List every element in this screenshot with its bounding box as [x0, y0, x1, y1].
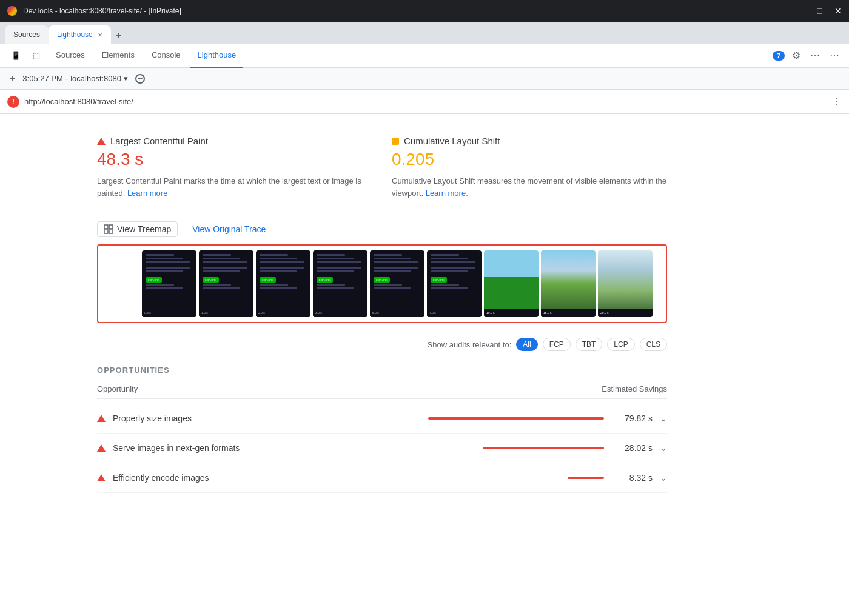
device-toolbar-button[interactable]: 📱	[7, 49, 24, 62]
filter-fcp-button[interactable]: FCP	[543, 338, 571, 351]
savings-bar-2	[568, 477, 604, 479]
time-url-dropdown[interactable]: 3:05:27 PM - localhost:8080 ▾	[22, 74, 128, 83]
view-buttons: View Treemap View Original Trace	[97, 209, 667, 244]
dropdown-arrow: ▾	[124, 74, 128, 83]
cls-metric: Cumulative Layout Shift 0.205 Cumulative…	[392, 136, 667, 199]
filter-all-button[interactable]: All	[516, 338, 537, 351]
more-button[interactable]: ⋯	[827, 47, 842, 64]
opportunity-row-0: Properly size images 79.82 s ⌄	[97, 404, 667, 434]
time-url-bar: + 3:05:27 PM - localhost:8080 ▾	[0, 68, 849, 90]
stop-icon[interactable]	[135, 74, 145, 84]
settings-button[interactable]: ⚙	[790, 47, 803, 64]
svg-rect-0	[104, 225, 108, 229]
separator: -	[65, 74, 68, 83]
lcp-metric: Largest Contentful Paint 48.3 s Largest …	[97, 136, 372, 199]
nav-tab-console[interactable]: Console	[144, 44, 188, 68]
view-treemap-label: View Treemap	[117, 224, 171, 234]
toolbar-right: 7 ⚙ ⋯ ⋯	[773, 47, 842, 64]
column-savings: Estimated Savings	[602, 384, 667, 393]
warning-icon	[97, 138, 106, 145]
screenshot-0[interactable]: EXPLORE 0.5 s	[142, 250, 196, 317]
cls-learn-more[interactable]: Learn more.	[426, 189, 468, 198]
cls-name: Cumulative Layout Shift	[404, 136, 500, 146]
notification-badge: 7	[773, 51, 785, 61]
cls-header: Cumulative Layout Shift	[392, 136, 667, 146]
filter-label: Show audits relevant to:	[428, 340, 512, 349]
svg-rect-3	[109, 230, 113, 233]
tab-sources[interactable]: Sources	[5, 25, 49, 44]
add-button[interactable]: +	[10, 73, 15, 84]
savings-value-2: 8.32 s	[610, 473, 653, 483]
opportunity-row-2: Efficiently encode images 8.32 s ⌄	[97, 463, 667, 493]
row-warning-icon-2	[97, 474, 106, 481]
metrics-grid: Largest Contentful Paint 48.3 s Largest …	[97, 126, 667, 209]
treemap-icon	[104, 224, 113, 234]
minimize-button[interactable]: —	[797, 6, 805, 16]
savings-bar-1	[483, 447, 604, 449]
window-title: DevTools - localhost:8080/travel-site/ -…	[23, 7, 181, 15]
filter-cls-button[interactable]: CLS	[640, 338, 667, 351]
column-opportunity: Opportunity	[97, 384, 138, 393]
nav-tab-elements[interactable]: Elements	[95, 44, 142, 68]
titlebar-left: DevTools - localhost:8080/travel-site/ -…	[7, 6, 181, 16]
expand-icon-2[interactable]: ⌄	[660, 473, 667, 483]
screenshot-4[interactable]: EXPLORE 5.0 s	[370, 250, 424, 317]
savings-value-1: 28.02 s	[610, 443, 653, 453]
lcp-desc: Largest Contentful Paint marks the time …	[97, 175, 372, 199]
window-controls[interactable]: — □ ✕	[797, 6, 842, 16]
main-content: Largest Contentful Paint 48.3 s Largest …	[0, 114, 849, 616]
screenshot-5[interactable]: EXPLORE 7.0 s	[427, 250, 482, 317]
tab-lighthouse-label: Lighthouse	[57, 30, 93, 39]
screenshot-2[interactable]: EXPLORE 2.0 s	[256, 250, 310, 317]
view-original-trace-label: View Original Trace	[192, 224, 266, 234]
tab-sources-label: Sources	[13, 30, 40, 39]
expand-icon-0[interactable]: ⌄	[660, 413, 667, 423]
opportunity-name-2: Efficiently encode images	[113, 473, 560, 483]
customize-button[interactable]: ⋯	[808, 47, 822, 64]
timestamp: 3:05:27 PM	[22, 74, 63, 83]
opportunity-name-1: Serve images in next-gen formats	[113, 443, 475, 453]
savings-bar-container-0: 79.82 s	[428, 413, 653, 423]
opportunities-section: OPPORTUNITIES Opportunity Estimated Savi…	[97, 356, 667, 493]
filter-tbt-button[interactable]: TBT	[576, 338, 603, 351]
filter-lcp-button[interactable]: LCP	[607, 338, 634, 351]
security-icon: !	[7, 96, 19, 108]
close-button[interactable]: ✕	[834, 6, 842, 16]
opportunity-row-1: Serve images in next-gen formats 28.02 s…	[97, 434, 667, 463]
expand-icon-1[interactable]: ⌄	[660, 443, 667, 453]
inspect-button[interactable]: ⬚	[29, 49, 44, 62]
view-original-trace-button[interactable]: View Original Trace	[187, 222, 270, 236]
svg-rect-2	[104, 230, 108, 233]
savings-value-0: 79.82 s	[610, 413, 653, 423]
lcp-learn-more[interactable]: Learn more	[127, 189, 167, 198]
tab-lighthouse[interactable]: Lighthouse ✕	[49, 25, 111, 44]
titlebar: DevTools - localhost:8080/travel-site/ -…	[0, 0, 849, 22]
table-header: Opportunity Estimated Savings	[97, 380, 667, 399]
filter-row: Show audits relevant to: All FCP TBT LCP…	[97, 333, 667, 356]
screenshot-8[interactable]: 20.0 s	[598, 250, 653, 317]
view-treemap-button[interactable]: View Treemap	[97, 221, 178, 237]
screenshot-3[interactable]: EXPLORE 3.0 s	[313, 250, 367, 317]
savings-bar-container-1: 28.02 s	[483, 443, 653, 453]
host: localhost:8080	[70, 74, 121, 83]
svg-rect-1	[109, 225, 113, 229]
cls-desc: Cumulative Layout Shift measures the mov…	[392, 175, 667, 199]
browser-tabbar: Sources Lighthouse ✕ +	[0, 22, 849, 44]
opportunity-name-0: Properly size images	[113, 413, 421, 423]
maximize-button[interactable]: □	[817, 6, 822, 16]
url-text: http://localhost:8080/travel-site/	[24, 97, 827, 106]
lcp-value: 48.3 s	[97, 150, 372, 169]
content-area: Largest Contentful Paint 48.3 s Largest …	[0, 114, 764, 505]
screenshot-1[interactable]: EXPLORE 1.0 s	[199, 250, 253, 317]
url-more-button[interactable]: ⋮	[832, 96, 842, 107]
cls-value: 0.205	[392, 150, 667, 169]
tab-lighthouse-close[interactable]: ✕	[98, 32, 102, 38]
screenshot-6[interactable]: 10.0 s	[484, 250, 539, 317]
devtools-toolbar: 📱 ⬚ Sources Elements Console Lighthouse …	[0, 44, 849, 68]
nav-tab-sources[interactable]: Sources	[49, 44, 92, 68]
new-tab-button[interactable]: +	[111, 28, 126, 44]
screenshot-7[interactable]: 15.0 s	[541, 250, 596, 317]
lcp-header: Largest Contentful Paint	[97, 136, 372, 146]
nav-tab-lighthouse[interactable]: Lighthouse	[190, 44, 244, 68]
section-title: OPPORTUNITIES	[97, 356, 667, 380]
